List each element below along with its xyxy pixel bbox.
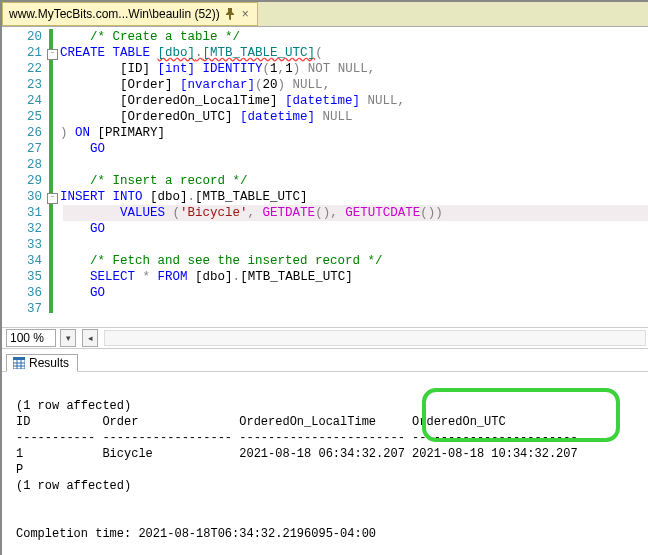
line-number: 35 — [2, 269, 42, 285]
code-area[interactable]: /* Create a table */-CREATE TABLE [dbo].… — [54, 27, 648, 327]
results-pane[interactable]: (1 row affected) ID Order OrderedOn_Loca… — [2, 372, 648, 555]
tab-title: www.MyTecBits.com...Win\beaulin (52)) — [9, 7, 220, 21]
line-number: 22 — [2, 61, 42, 77]
code-line: VALUES ('Bicycle', GETDATE(), GETUTCDATE… — [60, 205, 648, 221]
line-number: 28 — [2, 157, 42, 173]
zoom-dropdown-button[interactable]: ▾ — [60, 329, 76, 347]
line-number: 36 — [2, 285, 42, 301]
document-tab-bar: www.MyTecBits.com...Win\beaulin (52)) × — [2, 2, 648, 27]
svg-rect-1 — [13, 357, 25, 360]
pin-icon[interactable] — [225, 8, 235, 20]
line-number-gutter: 202122232425262728293031323334353637 — [2, 27, 48, 327]
code-line: [ID] [int] IDENTITY(1,1) NOT NULL, — [60, 61, 648, 77]
line-number: 32 — [2, 221, 42, 237]
code-line: /* Fetch and see the inserted record */ — [60, 253, 648, 269]
document-tab[interactable]: www.MyTecBits.com...Win\beaulin (52)) × — [2, 2, 258, 26]
line-number: 29 — [2, 173, 42, 189]
code-line: /* Insert a record */ — [60, 173, 648, 189]
line-number: 25 — [2, 109, 42, 125]
results-tab-label: Results — [29, 356, 69, 370]
outline-collapse-icon[interactable]: - — [47, 49, 58, 60]
close-icon[interactable]: × — [240, 7, 251, 21]
line-number: 33 — [2, 237, 42, 253]
code-line: [OrderedOn_LocalTime] [datetime] NULL, — [60, 93, 648, 109]
line-number: 26 — [2, 125, 42, 141]
line-number: 21 — [2, 45, 42, 61]
code-line: SELECT * FROM [dbo].[MTB_TABLE_UTC] — [60, 269, 648, 285]
code-line: [Order] [nvarchar](20) NULL, — [60, 77, 648, 93]
tab-results[interactable]: Results — [6, 354, 78, 372]
line-number: 30 — [2, 189, 42, 205]
code-line: GO — [60, 285, 648, 301]
outline-collapse-icon[interactable]: - — [47, 193, 58, 204]
code-line: -INSERT INTO [dbo].[MTB_TABLE_UTC] — [60, 189, 648, 205]
code-editor[interactable]: 202122232425262728293031323334353637 /* … — [2, 27, 648, 328]
results-grid-icon — [13, 357, 25, 369]
line-number: 23 — [2, 77, 42, 93]
code-line: GO — [60, 221, 648, 237]
code-line: -CREATE TABLE [dbo].[MTB_TABLE_UTC]( — [60, 45, 648, 61]
results-text: (1 row affected) ID Order OrderedOn_Loca… — [16, 382, 640, 542]
line-number: 27 — [2, 141, 42, 157]
line-number: 24 — [2, 93, 42, 109]
code-line — [60, 301, 648, 317]
code-line — [60, 157, 648, 173]
code-line: ) ON [PRIMARY] — [60, 125, 648, 141]
line-number: 31 — [2, 205, 42, 221]
code-line — [60, 237, 648, 253]
zoom-input[interactable] — [6, 329, 56, 347]
horizontal-scrollbar[interactable] — [104, 330, 646, 346]
line-number: 20 — [2, 29, 42, 45]
line-number: 34 — [2, 253, 42, 269]
code-line: /* Create a table */ — [60, 29, 648, 45]
editor-footer-bar: ▾ ◂ — [2, 328, 648, 349]
code-line: [OrderedOn_UTC] [datetime] NULL — [60, 109, 648, 125]
code-line: GO — [60, 141, 648, 157]
scroll-left-button[interactable]: ◂ — [82, 329, 98, 347]
results-tab-bar: Results — [2, 349, 648, 372]
line-number: 37 — [2, 301, 42, 317]
